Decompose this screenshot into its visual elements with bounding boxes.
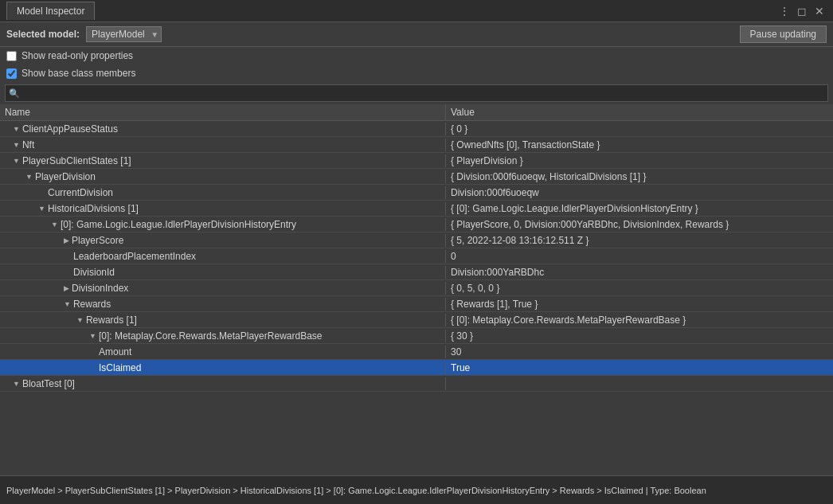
row-name-text: Nft [22,139,34,150]
search-input-wrapper: 🔍 [5,84,828,102]
base-class-checkbox[interactable] [6,68,17,79]
expand-icon[interactable]: ▶ [64,284,69,292]
collapse-icon[interactable]: ▼ [38,205,45,213]
row-name-text: [0]: Metaplay.Core.Rewards.MetaPlayerRew… [99,330,323,342]
selected-model-label: Selected model: [6,29,80,40]
cell-value: { Rewards [1], True } [446,298,833,311]
title-bar: Model Inspector ⋮ ◻ ✕ [0,0,833,22]
cell-name: ▼ClientAppPauseStatus [0,123,446,135]
table-row[interactable]: ▼Nft{ OwnedNfts [0], TransactionState } [0,137,833,153]
cell-value: { 0 } [446,123,833,135]
cell-value: 30 [446,346,833,358]
cell-name: ▼BloatTest [0] [0,377,446,390]
table-row[interactable]: ▼[0]: Game.Logic.League.IdlerPlayerDivis… [0,217,833,232]
cell-value: 0 [446,250,833,263]
row-name-text: LeaderboardPlacementIndex [73,251,196,262]
model-dropdown-wrapper: PlayerModel ▼ [86,26,162,42]
table-row[interactable]: ▶PlayerScore{ 5, 2022-12-08 13:16:12.511… [0,232,833,248]
table-row[interactable]: ▼Rewards{ Rewards [1], True } [0,296,833,312]
table-row[interactable]: CurrentDivisionDivision:000f6uoeqw [0,185,833,201]
table-container: Name Value ▼ClientAppPauseStatus{ 0 }▼Nf… [0,104,833,475]
inspector-panel: Selected model: PlayerModel ▼ Pause upda… [0,22,833,504]
cell-name: IsClaimed [0,361,446,374]
kebab-menu-button[interactable]: ⋮ [777,4,792,18]
cell-name: LeaderboardPlacementIndex [0,250,446,263]
table-row[interactable]: ▼PlayerSubClientStates [1]{ PlayerDivisi… [0,153,833,169]
search-input[interactable] [23,86,824,100]
search-icon: 🔍 [9,88,20,99]
table-row[interactable]: ▼Rewards [1]{ [0]: Metaplay.Core.Rewards… [0,312,833,328]
row-name-text: BloatTest [0] [22,378,75,389]
title-bar-controls: ⋮ ◻ ✕ [777,4,827,18]
row-name-text: DivisionIndex [72,283,128,294]
cell-name: ▼[0]: Metaplay.Core.Rewards.MetaPlayerRe… [0,330,446,342]
table-body[interactable]: ▼ClientAppPauseStatus{ 0 }▼Nft{ OwnedNft… [0,121,833,475]
collapse-icon[interactable]: ▼ [76,316,84,324]
status-bar: PlayerModel > PlayerSubClientStates [1] … [0,475,833,504]
cell-value [446,383,833,385]
table-row[interactable]: ▼PlayerDivision{ Division:000f6uoeqw, Hi… [0,169,833,185]
cell-value: { 0, 5, 0, 0 } [446,282,833,295]
cell-value: { 5, 2022-12-08 13:16:12.511 Z } [446,234,833,247]
table-row[interactable]: IsClaimedTrue [0,360,833,376]
collapse-icon[interactable]: ▼ [89,332,96,340]
row-name-text: ClientAppPauseStatus [22,123,118,135]
close-button[interactable]: ✕ [812,4,827,18]
model-dropdown[interactable]: PlayerModel [86,26,162,42]
collapse-icon[interactable]: ▼ [64,300,71,308]
table-row[interactable]: ▼[0]: Metaplay.Core.Rewards.MetaPlayerRe… [0,328,833,344]
cell-value: { [0]: Metaplay.Core.Rewards.MetaPlayerR… [446,314,833,326]
cell-name: ▼HistoricalDivisions [1] [0,202,446,215]
title-tab[interactable]: Model Inspector [6,2,95,20]
row-name-text: PlayerSubClientStates [1] [22,155,131,166]
read-only-checkbox[interactable] [6,51,17,61]
row-name-text: Amount [99,346,131,357]
cell-value: { PlayerDivision } [446,154,833,167]
cell-name: ▼Rewards [0,298,446,311]
table-row[interactable]: ▼HistoricalDivisions [1]{ [0]: Game.Logi… [0,201,833,217]
table-row[interactable]: DivisionIdDivision:000YaRBDhc [0,264,833,280]
collapse-icon[interactable]: ▼ [13,125,20,133]
cell-value: { PlayerScore, 0, Division:000YaRBDhc, D… [446,218,833,231]
maximize-button[interactable]: ◻ [795,4,809,18]
expand-icon[interactable]: ▶ [64,236,69,244]
row-name-text: PlayerDivision [35,171,96,182]
selected-model-row: Selected model: PlayerModel ▼ [6,26,727,42]
cell-value: Division:000YaRBDhc [446,266,833,279]
table-row[interactable]: Amount30 [0,344,833,360]
read-only-label[interactable]: Show read-only properties [22,50,133,61]
base-class-label[interactable]: Show base class members [22,68,135,79]
table-row[interactable]: LeaderboardPlacementIndex0 [0,248,833,264]
row-name-text: DivisionId [73,267,115,278]
cell-name: ▼PlayerSubClientStates [1] [0,154,446,167]
cell-value: { 30 } [446,330,833,342]
collapse-icon[interactable]: ▼ [25,173,33,181]
collapse-icon[interactable]: ▼ [13,157,20,165]
toolbar: Selected model: PlayerModel ▼ Pause upda… [0,22,833,47]
pause-updating-button[interactable]: Pause updating [740,25,827,43]
cell-value: Division:000f6uoeqw [446,186,833,199]
table-header: Name Value [0,104,833,121]
cell-name: ▼PlayerDivision [0,170,446,183]
collapse-icon[interactable]: ▼ [51,221,58,229]
cell-name: ▶PlayerScore [0,234,446,247]
table-row[interactable]: ▼ClientAppPauseStatus{ 0 } [0,121,833,137]
cell-value: { Division:000f6uoeqw, HistoricalDivisio… [446,170,833,183]
name-column-header: Name [0,104,446,120]
cell-name: CurrentDivision [0,186,446,199]
table-row[interactable]: ▶DivisionIndex{ 0, 5, 0, 0 } [0,280,833,296]
row-name-text: HistoricalDivisions [1] [48,203,139,214]
collapse-icon[interactable]: ▼ [13,380,20,388]
row-name-text: [0]: Game.Logic.League.IdlerPlayerDivisi… [61,219,296,230]
row-name-text: Rewards [73,299,111,310]
cell-value: { [0]: Game.Logic.League.IdlerPlayerDivi… [446,202,833,215]
row-name-text: CurrentDivision [48,187,113,198]
row-name-text: IsClaimed [99,362,141,373]
value-column-header: Value [446,104,833,120]
row-name-text: PlayerScore [72,235,123,246]
table-row[interactable]: ▼BloatTest [0] [0,376,833,392]
cell-name: ▼Nft [0,139,446,151]
row-name-text: Rewards [1] [86,315,137,326]
base-class-checkbox-row: Show base class members [0,64,833,82]
collapse-icon[interactable]: ▼ [13,141,20,149]
